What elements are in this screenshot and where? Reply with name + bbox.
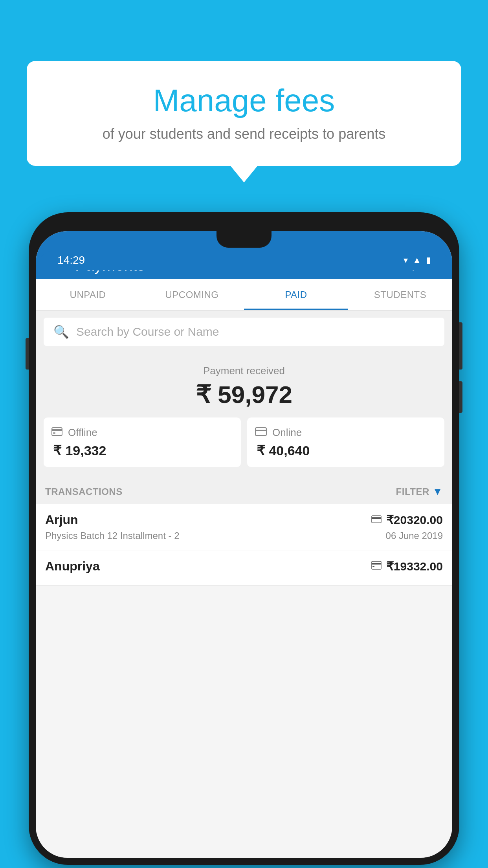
offline-amount: ₹ 19,332 bbox=[51, 443, 106, 458]
svg-rect-3 bbox=[255, 428, 266, 436]
course-info: Physics Batch 12 Installment - 2 bbox=[45, 530, 179, 541]
battery-icon: ▮ bbox=[426, 255, 431, 265]
signal-icon: ▲ bbox=[413, 255, 421, 265]
offline-payment-icon bbox=[51, 426, 62, 439]
online-card-header: Online bbox=[255, 426, 302, 439]
transaction-row-top: Arjun ₹20320.00 bbox=[45, 513, 443, 527]
svg-rect-0 bbox=[52, 428, 62, 436]
svg-rect-8 bbox=[372, 563, 381, 565]
svg-rect-1 bbox=[52, 429, 62, 431]
bubble-subtitle: of your students and send receipts to pa… bbox=[50, 126, 438, 142]
transaction-amount: ₹20320.00 bbox=[386, 513, 443, 527]
phone-frame: 14:29 ▾ ▲ ▮ ← Payments ⚙ + UNPAID UPCOMI… bbox=[29, 212, 459, 865]
tab-students[interactable]: STUDENTS bbox=[348, 279, 452, 310]
online-amount: ₹ 40,640 bbox=[255, 443, 310, 458]
transaction-date: 06 June 2019 bbox=[386, 530, 443, 541]
tab-upcoming[interactable]: UPCOMING bbox=[140, 279, 244, 310]
online-method-icon bbox=[371, 514, 382, 526]
svg-rect-4 bbox=[255, 430, 266, 431]
filter-label: FILTER bbox=[396, 486, 429, 497]
payment-cards: Offline ₹ 19,332 Online ₹ 4 bbox=[44, 417, 444, 467]
online-card: Online ₹ 40,640 bbox=[247, 417, 444, 467]
status-time: 14:29 bbox=[57, 254, 85, 267]
payment-summary: Payment received ₹ 59,972 Offline bbox=[36, 353, 452, 477]
student-name: Arjun bbox=[45, 513, 78, 527]
status-bar: 14:29 ▾ ▲ ▮ bbox=[36, 250, 452, 270]
phone-screen: 14:29 ▾ ▲ ▮ ← Payments ⚙ + UNPAID UPCOMI… bbox=[36, 231, 452, 858]
transaction-list: Arjun ₹20320.00 Physics Batch 12 Install… bbox=[36, 504, 452, 586]
svg-rect-6 bbox=[372, 517, 381, 519]
wifi-icon: ▾ bbox=[404, 255, 408, 265]
bubble-title: Manage fees bbox=[50, 83, 438, 119]
transaction-amount: ₹19332.00 bbox=[386, 559, 443, 573]
svg-rect-2 bbox=[53, 432, 55, 434]
volume-down-button bbox=[459, 381, 462, 413]
search-icon: 🔍 bbox=[53, 324, 69, 339]
transaction-row-top: Anupriya ₹19332.00 bbox=[45, 559, 443, 574]
svg-rect-9 bbox=[372, 566, 374, 567]
offline-card: Offline ₹ 19,332 bbox=[44, 417, 241, 467]
tab-unpaid[interactable]: UNPAID bbox=[36, 279, 140, 310]
amount-row: ₹19332.00 bbox=[371, 559, 443, 573]
search-input[interactable]: Search by Course or Name bbox=[76, 325, 219, 338]
amount-row: ₹20320.00 bbox=[371, 513, 443, 527]
svg-rect-5 bbox=[372, 516, 381, 523]
online-label: Online bbox=[272, 427, 302, 439]
student-name: Anupriya bbox=[45, 559, 100, 574]
speech-bubble: Manage fees of your students and send re… bbox=[27, 61, 461, 166]
transaction-row-bottom: Physics Batch 12 Installment - 2 06 June… bbox=[45, 530, 443, 541]
offline-card-header: Offline bbox=[51, 426, 97, 439]
speech-bubble-container: Manage fees of your students and send re… bbox=[27, 61, 461, 166]
svg-rect-7 bbox=[372, 561, 381, 569]
filter-icon: ▼ bbox=[433, 485, 443, 498]
payment-received-label: Payment received bbox=[44, 365, 444, 377]
status-icons: ▾ ▲ ▮ bbox=[404, 255, 431, 265]
online-payment-icon bbox=[255, 426, 267, 439]
transactions-label: TRANSACTIONS bbox=[45, 486, 123, 497]
phone-notch bbox=[216, 231, 272, 248]
search-bar[interactable]: 🔍 Search by Course or Name bbox=[44, 318, 444, 346]
payment-total-amount: ₹ 59,972 bbox=[44, 380, 444, 409]
filter-button[interactable]: FILTER ▼ bbox=[396, 485, 443, 498]
tab-paid[interactable]: PAID bbox=[244, 279, 348, 310]
volume-button bbox=[26, 338, 29, 370]
table-row[interactable]: Arjun ₹20320.00 Physics Batch 12 Install… bbox=[36, 504, 452, 550]
search-container: 🔍 Search by Course or Name bbox=[36, 311, 452, 353]
offline-label: Offline bbox=[68, 427, 97, 439]
transactions-header: TRANSACTIONS FILTER ▼ bbox=[36, 477, 452, 504]
tab-bar: UNPAID UPCOMING PAID STUDENTS bbox=[36, 279, 452, 311]
offline-method-icon bbox=[371, 560, 382, 572]
table-row[interactable]: Anupriya ₹19332.00 bbox=[36, 550, 452, 586]
power-button bbox=[459, 322, 462, 370]
